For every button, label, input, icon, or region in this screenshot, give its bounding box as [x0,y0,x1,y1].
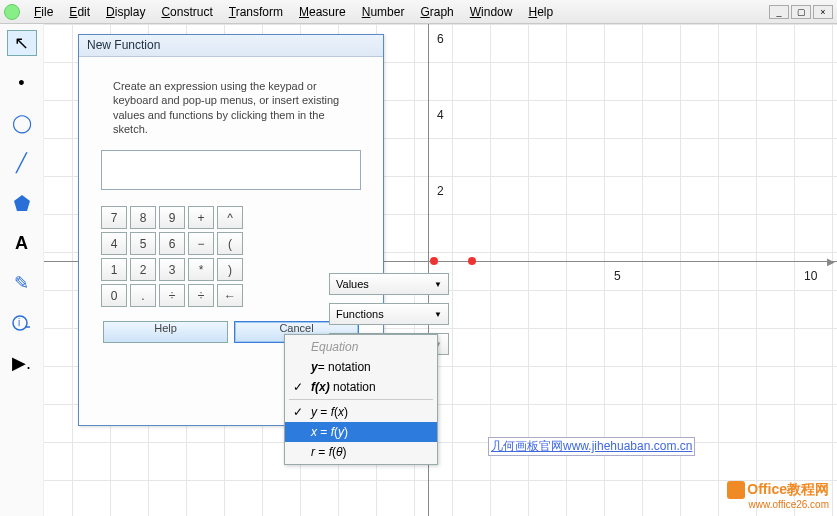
watermark-brand: Office教程网 www.office26.com [727,481,829,510]
equation-submenu: Equation y= notation f(x) notation y = f… [284,334,438,465]
key-8[interactable]: 8 [130,206,156,229]
menu-separator [289,399,433,400]
x-tick-label: 5 [614,269,621,283]
app-icon [4,4,20,20]
key-1[interactable]: 1 [101,258,127,281]
menu-bar: File Edit Display Construct Transform Me… [0,0,837,24]
key-caret[interactable]: ^ [217,206,243,229]
key-0[interactable]: 0 [101,284,127,307]
help-button[interactable]: Help [103,321,228,343]
values-dropdown[interactable]: Values▼ [329,273,449,295]
key-5[interactable]: 5 [130,232,156,255]
y-tick-label: 4 [437,108,444,122]
text-tool[interactable]: A [7,230,37,256]
key-6[interactable]: 6 [159,232,185,255]
chevron-down-icon: ▼ [434,310,442,319]
svg-text:i: i [18,317,20,328]
arrow-tool[interactable]: ↖ [7,30,37,56]
origin-point[interactable] [430,257,438,265]
key-rparen[interactable]: ) [217,258,243,281]
svg-marker-0 [14,195,30,211]
menu-help[interactable]: Help [520,3,561,21]
menu-window[interactable]: Window [462,3,521,21]
eq-r-ftheta[interactable]: r = f(θ) [285,442,437,462]
menu-construct[interactable]: Construct [153,3,220,21]
key-times[interactable]: * [188,258,214,281]
functions-dropdown[interactable]: Functions▼ [329,303,449,325]
key-3[interactable]: 3 [159,258,185,281]
window-min-icon[interactable]: _ [769,5,789,19]
menu-graph[interactable]: Graph [412,3,461,21]
key-div[interactable]: ÷ [188,284,214,307]
unit-point[interactable] [468,257,476,265]
watermark-link: 几何画板官网www.jihehuaban.com.cn [488,437,695,456]
menu-file[interactable]: File [26,3,61,21]
key-9[interactable]: 9 [159,206,185,229]
menu-transform[interactable]: Transform [221,3,291,21]
tool-palette: ↖ • ◯ ╱ A ✎ i ▶. [0,24,44,516]
marker-tool[interactable]: ✎ [7,270,37,296]
circle-tool[interactable]: ◯ [7,110,37,136]
key-2[interactable]: 2 [130,258,156,281]
key-plus[interactable]: + [188,206,214,229]
chevron-down-icon: ▼ [434,280,442,289]
eq-y-fx[interactable]: y = f(x) [285,402,437,422]
polygon-tool[interactable] [7,190,37,216]
brand-icon [727,481,745,499]
menu-number[interactable]: Number [354,3,413,21]
key-minus[interactable]: − [188,232,214,255]
key-neg[interactable]: ÷ [159,284,185,307]
notation-y[interactable]: y= notation [285,357,437,377]
axis-arrow-icon: ▶ [827,256,835,267]
info-tool[interactable]: i [7,310,37,336]
window-close-icon[interactable]: × [813,5,833,19]
notation-fx[interactable]: f(x) notation [285,377,437,397]
y-tick-label: 2 [437,184,444,198]
line-tool[interactable]: ╱ [7,150,37,176]
menu-measure[interactable]: Measure [291,3,354,21]
point-tool[interactable]: • [7,70,37,96]
window-max-icon[interactable]: ▢ [791,5,811,19]
dialog-instructions: Create an expression using the keypad or… [113,79,349,136]
key-7[interactable]: 7 [101,206,127,229]
key-lparen[interactable]: ( [217,232,243,255]
key-back[interactable]: ← [217,284,243,307]
key-4[interactable]: 4 [101,232,127,255]
expression-input[interactable] [101,150,361,190]
menu-edit[interactable]: Edit [61,3,98,21]
x-tick-label: 10 [804,269,817,283]
key-dot[interactable]: . [130,284,156,307]
eq-x-fy[interactable]: x = f(y) [285,422,437,442]
dialog-title: New Function [79,35,383,57]
submenu-header: Equation [285,337,437,357]
y-tick-label: 6 [437,32,444,46]
keypad: 7 8 9 + ^ 4 5 6 − ( 1 2 3 * ) 0 . ÷ ÷ ← [101,206,361,307]
menu-display[interactable]: Display [98,3,153,21]
custom-tool[interactable]: ▶. [7,350,37,376]
